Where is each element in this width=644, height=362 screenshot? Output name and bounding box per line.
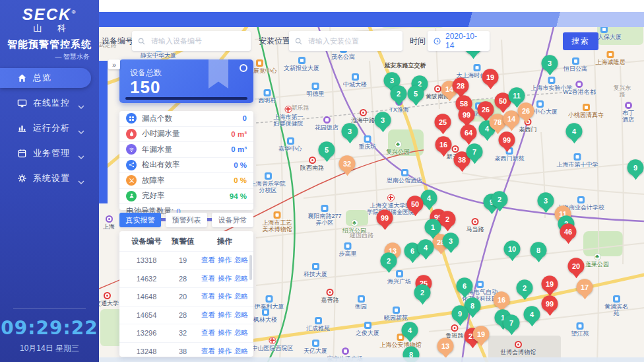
time-field[interactable]: 2020-10-14: [428, 31, 490, 51]
action-ignore[interactable]: 忽略: [234, 274, 248, 283]
map-marker[interactable]: 13: [437, 338, 454, 354]
grid-icon: [126, 113, 137, 124]
action-view[interactable]: 查看: [201, 328, 215, 338]
map-marker[interactable]: 50: [407, 196, 424, 212]
map-marker[interactable]: 2: [381, 252, 397, 269]
clock-icon: [433, 37, 441, 46]
time-value[interactable]: 2020-10-14: [445, 32, 484, 50]
action-view[interactable]: 查看: [201, 292, 215, 301]
home-icon: [17, 73, 27, 83]
map-marker[interactable]: 8: [531, 242, 547, 258]
map-canvas[interactable]: 静安中华大厦茂名公寓延安东路立交桥大上海时代广场中国人保大厦上海诚隆居恒日公寓W…: [99, 0, 644, 362]
map-marker[interactable]: 7: [467, 143, 483, 160]
action-ignore[interactable]: 忽略: [234, 328, 248, 338]
map-marker[interactable]: 4: [402, 322, 418, 338]
map-marker[interactable]: 25: [435, 114, 451, 130]
gear-icon: [17, 174, 27, 184]
device-id-cell: 14654: [126, 311, 167, 319]
map-marker[interactable]: 99: [377, 209, 393, 226]
action-ignore[interactable]: 忽略: [234, 310, 248, 320]
chevron-down-icon: [78, 151, 84, 155]
map-marker[interactable]: 28: [453, 77, 469, 94]
map-marker[interactable]: 32: [339, 155, 356, 172]
map-marker[interactable]: 2: [391, 85, 407, 102]
clipboard-icon: [17, 149, 27, 159]
action-operate[interactable]: 操作: [218, 310, 232, 320]
map-marker[interactable]: 3: [443, 233, 459, 249]
map-marker[interactable]: 99: [542, 295, 558, 312]
clock-time: 09:29:22: [0, 317, 99, 339]
action-operate[interactable]: 操作: [218, 256, 232, 265]
tab-warn-list[interactable]: 预警列表: [166, 213, 207, 227]
map-marker[interactable]: 4: [524, 306, 540, 322]
action-ignore[interactable]: 忽略: [234, 256, 248, 265]
location-input[interactable]: [307, 36, 397, 46]
table-scrollbar[interactable]: [249, 255, 252, 280]
map-marker[interactable]: 19: [482, 69, 499, 85]
map-marker[interactable]: 26: [518, 102, 534, 119]
action-operate[interactable]: 操作: [218, 274, 232, 283]
chart-icon: [17, 124, 27, 133]
stat-row: 完好率94 %: [119, 189, 253, 205]
map-marker[interactable]: 9: [452, 305, 468, 322]
stat-row: 漏点个数0: [119, 111, 253, 127]
map-marker[interactable]: 2: [439, 211, 456, 227]
map-marker[interactable]: 64: [461, 124, 477, 141]
map-marker[interactable]: 46: [560, 223, 577, 240]
map-marker[interactable]: 14: [503, 110, 520, 127]
action-ignore[interactable]: 忽略: [234, 347, 248, 356]
device-id-input[interactable]: [150, 36, 245, 46]
map-marker[interactable]: 3: [375, 112, 391, 128]
map-marker[interactable]: 17: [577, 279, 593, 295]
map-marker[interactable]: 19: [542, 275, 558, 292]
row-actions: 查看操作忽略: [199, 310, 251, 320]
device-id-cell: 13318: [126, 256, 167, 264]
sidebar-item-overview[interactable]: 总览: [0, 68, 91, 88]
map-marker[interactable]: 3: [542, 55, 558, 71]
location-label: 安装位置: [259, 36, 290, 47]
map-marker[interactable]: 3: [342, 123, 358, 139]
share-icon: [126, 160, 137, 170]
tab-device-abnormal[interactable]: 设备异常: [212, 213, 253, 227]
map-marker[interactable]: 5: [319, 141, 335, 158]
map-marker[interactable]: 19: [473, 326, 490, 342]
map-marker[interactable]: 7: [503, 314, 520, 331]
action-operate[interactable]: 操作: [218, 292, 232, 301]
map-marker[interactable]: 20: [568, 258, 585, 274]
map-marker[interactable]: 4: [418, 239, 434, 256]
action-operate[interactable]: 操作: [218, 347, 232, 356]
row-actions: 查看操作忽略: [199, 347, 251, 356]
map-marker[interactable]: 6: [457, 277, 473, 294]
sidebar-item-online-monitor[interactable]: 在线监控: [0, 93, 94, 113]
action-ignore[interactable]: 忽略: [234, 292, 248, 301]
sidebar-item-run-analysis[interactable]: 运行分析: [0, 118, 94, 138]
card-circle-icon[interactable]: [240, 64, 247, 72]
map-marker[interactable]: 3: [538, 192, 554, 209]
sidebar-item-business-manage[interactable]: 业务管理: [0, 143, 94, 163]
action-view[interactable]: 查看: [201, 256, 215, 265]
row-actions: 查看操作忽略: [199, 256, 251, 265]
map-marker[interactable]: 2: [414, 284, 431, 301]
stat-label: 小时漏水量: [142, 129, 180, 139]
action-view[interactable]: 查看: [201, 274, 215, 283]
stat-label: 漏点个数: [142, 114, 172, 124]
map-marker[interactable]: 16: [494, 291, 510, 308]
map-marker[interactable]: 10: [504, 240, 521, 257]
map-marker[interactable]: 2: [517, 279, 533, 296]
map-marker[interactable]: 11: [509, 87, 525, 104]
search-button[interactable]: 搜索: [563, 32, 598, 50]
map-marker[interactable]: 16: [435, 136, 452, 153]
tab-real-alarm[interactable]: 真实报警: [119, 213, 161, 227]
map-marker[interactable]: 4: [566, 123, 583, 139]
action-view[interactable]: 查看: [201, 310, 215, 320]
sidebar-item-system-settings[interactable]: 系统设置: [0, 168, 94, 188]
stat-row: 故障率0 %: [119, 173, 253, 189]
map-marker[interactable]: 9: [628, 159, 644, 176]
map-marker[interactable]: 1: [425, 219, 441, 235]
map-marker[interactable]: 2: [492, 191, 508, 207]
map-marker[interactable]: 5: [408, 85, 424, 102]
panel-expand-button[interactable]: »: [108, 59, 120, 69]
action-operate[interactable]: 操作: [218, 328, 232, 338]
map-marker[interactable]: 99: [459, 106, 475, 123]
action-view[interactable]: 查看: [201, 347, 215, 356]
